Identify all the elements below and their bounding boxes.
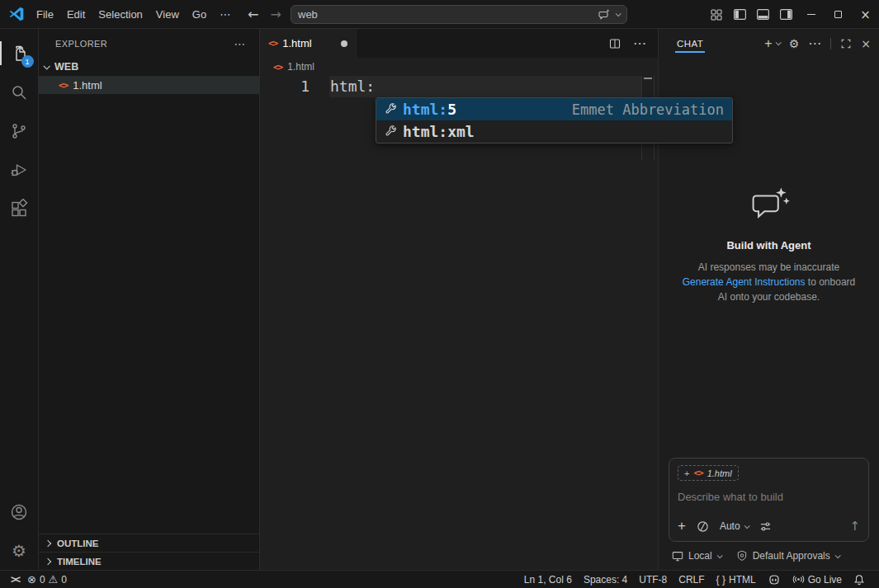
environment-picker[interactable]: Local xyxy=(672,550,721,562)
status-bar: >< ⊗ 0 ⚠ 0 Ln 1, Col 6 Spaces: 4 UTF-8 C… xyxy=(0,570,879,588)
customize-layout-icon[interactable] xyxy=(705,0,728,29)
tab-label: 1.html xyxy=(282,37,311,49)
approvals-picker[interactable]: Default Approvals xyxy=(736,550,839,562)
explorer-more-actions-icon[interactable]: ⋯ xyxy=(234,37,246,50)
forward-arrow-icon[interactable]: → xyxy=(270,7,281,22)
encoding[interactable]: UTF-8 xyxy=(633,574,673,586)
explorer-icon[interactable]: 1 xyxy=(0,34,39,73)
tools-circle-slash-icon[interactable] xyxy=(697,520,709,533)
html-file-icon: <> xyxy=(268,38,277,49)
search-icon[interactable] xyxy=(0,73,39,111)
outline-label: OUTLINE xyxy=(57,539,98,548)
eol-sequence[interactable]: CRLF xyxy=(673,574,710,586)
split-editor-icon[interactable] xyxy=(608,37,621,50)
copilot-chat-icon[interactable] xyxy=(598,8,611,21)
folder-web[interactable]: WEB xyxy=(39,58,259,76)
maximize-button[interactable] xyxy=(825,0,852,29)
suggest-item-html5[interactable]: html:5 Emmet Abbreviation xyxy=(376,98,732,120)
chat-settings-gear-icon[interactable]: ⚙ xyxy=(789,37,800,50)
go-live-button[interactable]: Go Live xyxy=(787,574,848,586)
maximize-panel-icon[interactable] xyxy=(840,38,852,49)
suggest-widget: html:5 Emmet Abbreviation html:xml xyxy=(376,97,733,143)
environment-label: Local xyxy=(688,550,712,562)
menu-selection[interactable]: Selection xyxy=(92,5,149,24)
account-icon[interactable] xyxy=(0,492,39,531)
html-file-icon: <> xyxy=(59,80,68,91)
close-window-button[interactable]: × xyxy=(852,0,879,29)
file-item-1html[interactable]: <> 1.html xyxy=(39,76,259,94)
explorer-empty-area xyxy=(39,94,259,534)
back-arrow-icon[interactable]: ← xyxy=(248,7,258,22)
menu-view[interactable]: View xyxy=(149,5,186,24)
chat-header: CHAT + ⚙ ⋯ × xyxy=(659,29,879,58)
generate-instructions-link[interactable]: Generate Agent Instructions xyxy=(683,276,806,288)
toggle-panel-icon[interactable] xyxy=(751,0,774,29)
chat-input-placeholder: Describe what to build xyxy=(678,491,860,503)
notifications-bell-icon[interactable] xyxy=(848,574,871,586)
new-chat-button[interactable]: + xyxy=(764,36,779,51)
chevron-down-icon xyxy=(716,553,722,558)
chat-more-actions-icon[interactable]: ⋯ xyxy=(808,35,821,51)
modified-dot-icon[interactable] xyxy=(341,40,347,47)
minimap-line-mark xyxy=(644,78,652,79)
source-control-icon[interactable] xyxy=(0,111,39,150)
language-mode[interactable]: { } HTML xyxy=(711,574,762,586)
timeline-section[interactable]: TIMELINE xyxy=(39,552,259,570)
menu-edit[interactable]: Edit xyxy=(60,5,92,24)
menu-go[interactable]: Go xyxy=(186,5,213,24)
warnings-icon: ⚠ xyxy=(49,573,59,586)
shield-icon xyxy=(736,550,748,562)
attachment-label: 1.html xyxy=(707,468,732,478)
title-bar: File Edit Selection View Go ⋯ ← → web xyxy=(0,0,879,29)
breadcrumb[interactable]: <> 1.html xyxy=(260,58,658,76)
chevron-right-icon xyxy=(45,539,51,546)
copilot-status-icon[interactable] xyxy=(762,573,787,586)
cursor-position[interactable]: Ln 1, Col 6 xyxy=(518,574,578,586)
menu-file[interactable]: File xyxy=(30,5,60,24)
chevron-down-icon[interactable] xyxy=(616,11,621,16)
approvals-label: Default Approvals xyxy=(753,550,830,562)
toggle-primary-sidebar-icon[interactable] xyxy=(728,0,751,29)
folder-label: WEB xyxy=(54,61,78,73)
remote-indicator[interactable]: >< xyxy=(7,574,23,586)
settings-gear-icon[interactable]: ⚙ xyxy=(0,531,39,570)
editor-more-actions-icon[interactable]: ⋯ xyxy=(633,35,646,51)
add-context-icon: + xyxy=(684,468,689,478)
explorer-sidebar: EXPLORER ⋯ WEB <> 1.html OUTLINE TIMELIN… xyxy=(39,29,260,570)
chat-input-box[interactable]: + <> 1.html Describe what to build + Aut… xyxy=(669,458,869,542)
line-number: 1 xyxy=(260,76,310,97)
html-file-icon: <> xyxy=(273,62,282,73)
welcome-title: Build with Agent xyxy=(726,239,810,252)
vscode-logo xyxy=(8,6,25,22)
code-editor[interactable]: 1 html: html:5 Emmet Abbreviation html:x… xyxy=(260,76,658,570)
tab-1html[interactable]: <> 1.html xyxy=(260,29,357,58)
run-debug-icon[interactable] xyxy=(0,150,39,189)
indentation[interactable]: Spaces: 4 xyxy=(578,574,633,586)
search-value: web xyxy=(298,8,318,21)
broadcast-icon xyxy=(792,574,805,585)
send-button[interactable]: ↑ xyxy=(849,519,860,534)
context-attachment-chip[interactable]: + <> 1.html xyxy=(678,465,739,481)
model-sliders-icon[interactable] xyxy=(759,520,772,533)
menu-more-icon[interactable]: ⋯ xyxy=(213,5,237,24)
attach-plus-icon[interactable]: + xyxy=(678,518,686,534)
breadcrumb-file: 1.html xyxy=(287,61,314,73)
toggle-secondary-sidebar-icon[interactable] xyxy=(774,0,797,29)
close-panel-icon[interactable]: × xyxy=(861,37,871,50)
chevron-right-icon xyxy=(45,557,51,564)
divider xyxy=(830,38,831,49)
outline-section[interactable]: OUTLINE xyxy=(39,534,259,552)
mode-label: Auto xyxy=(720,520,740,532)
suggest-item-htmlxml[interactable]: html:xml xyxy=(376,120,732,143)
command-center-search[interactable]: web xyxy=(291,5,627,24)
code-line-1[interactable]: html: xyxy=(330,76,375,97)
chat-tab[interactable]: CHAT xyxy=(677,31,703,56)
extensions-icon[interactable] xyxy=(0,189,39,228)
chevron-down-icon xyxy=(834,553,840,558)
tab-bar: <> 1.html ⋯ xyxy=(260,29,658,58)
problems-indicator[interactable]: ⊗ 0 ⚠ 0 xyxy=(23,573,71,586)
minimize-button[interactable] xyxy=(797,0,825,29)
explorer-badge: 1 xyxy=(21,55,34,68)
mode-picker[interactable]: Auto xyxy=(720,520,749,532)
html-file-icon: <> xyxy=(693,468,702,478)
